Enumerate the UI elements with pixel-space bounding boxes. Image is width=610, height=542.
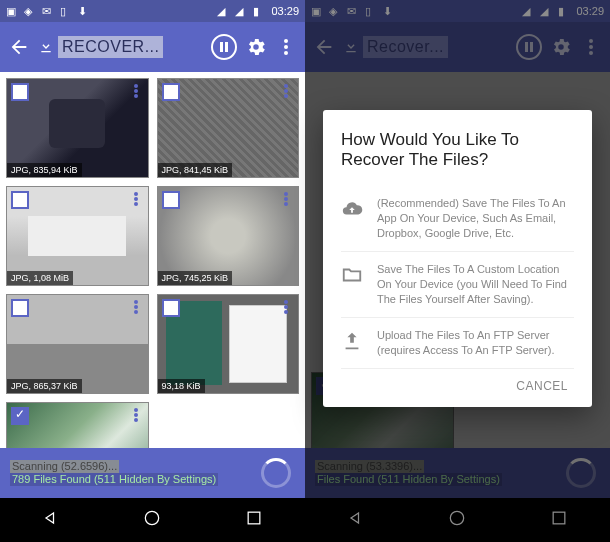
option-text: (Recommended) Save The Files To An App O… — [377, 196, 574, 241]
thumbnail-label: JPG, 835,94 KiB — [7, 163, 82, 177]
option-folder[interactable]: Save The Files To A Custom Location On Y… — [341, 252, 574, 318]
folder-icon — [341, 264, 363, 286]
svg-point-4 — [284, 51, 288, 55]
svg-point-8 — [284, 84, 288, 88]
dialog-title: How Would You Like To Recover The Files? — [341, 130, 574, 170]
svg-point-2 — [284, 39, 288, 43]
download-icon — [38, 39, 54, 55]
svg-point-22 — [284, 310, 288, 314]
status-mail-icon: ✉ — [42, 4, 56, 18]
option-ftp[interactable]: Upload The Files To An FTP Server (requi… — [341, 318, 574, 369]
status-app-icon: ▣ — [6, 4, 20, 18]
back-button[interactable] — [8, 36, 30, 58]
status-bar: ▣ ◈ ✉ ▯ ⬇ ◢ ◢ ▮ 03:29 — [0, 0, 305, 22]
option-text: Upload The Files To An FTP Server (requi… — [377, 328, 574, 358]
thumbnail-grid: JPG, 835,94 KiBJPG, 841,45 KiBJPG, 1,08 … — [0, 72, 305, 448]
thumbnail-label: JPG, 841,45 KiB — [158, 163, 233, 177]
svg-rect-1 — [225, 42, 228, 52]
phone-left: ▣ ◈ ✉ ▯ ⬇ ◢ ◢ ▮ 03:29 RECOVER... — [0, 0, 305, 542]
svg-point-13 — [134, 202, 138, 206]
thumbnail-label: 93,18 KiB — [158, 379, 205, 393]
svg-rect-0 — [220, 42, 223, 52]
app-title: RECOVER... — [58, 36, 163, 58]
scan-count: 789 Files Found (511 Hidden By Settings) — [10, 473, 218, 486]
svg-point-9 — [284, 89, 288, 93]
thumbnail[interactable]: JPG, 745,25 KiB — [157, 186, 300, 286]
svg-point-26 — [146, 511, 159, 524]
status-sim-icon: ▯ — [60, 4, 74, 18]
nav-recent-button[interactable] — [244, 508, 264, 532]
svg-point-18 — [134, 305, 138, 309]
svg-point-15 — [284, 197, 288, 201]
thumbnail-checkbox[interactable] — [162, 191, 180, 209]
thumbnail[interactable]: JPG, 865,37 KiB — [6, 294, 149, 394]
loading-spinner — [261, 458, 291, 488]
phone-right: ▣ ◈ ✉ ▯ ⬇ ◢ ◢ ▮ 03:29 Recover... — [305, 0, 610, 542]
pause-button[interactable] — [211, 34, 237, 60]
overflow-menu-button[interactable] — [275, 36, 297, 58]
thumbnail-label: JPG, 865,37 KiB — [7, 379, 82, 393]
scan-footer: Scanning (52.6596)... 789 Files Found (5… — [0, 448, 305, 498]
svg-point-16 — [284, 202, 288, 206]
svg-rect-27 — [248, 512, 260, 524]
svg-point-12 — [134, 197, 138, 201]
thumbnail-label: JPG, 1,08 MiB — [7, 271, 73, 285]
signal-icon: ◢ — [235, 4, 249, 18]
scan-progress: Scanning (52.6596)... — [10, 460, 119, 473]
svg-point-3 — [284, 45, 288, 49]
cancel-button[interactable]: CANCEL — [341, 369, 574, 397]
option-cloud[interactable]: (Recommended) Save The Files To An App O… — [341, 186, 574, 252]
wifi-icon: ◢ — [217, 4, 231, 18]
svg-point-24 — [134, 413, 138, 417]
status-time: 03:29 — [271, 5, 299, 17]
thumbnail[interactable]: JPG, 835,94 KiB — [6, 78, 149, 178]
svg-point-11 — [134, 192, 138, 196]
nav-bar — [0, 498, 305, 542]
battery-icon: ▮ — [253, 4, 267, 18]
svg-point-14 — [284, 192, 288, 196]
thumbnail-more-button[interactable] — [278, 299, 294, 315]
recover-dialog: How Would You Like To Recover The Files?… — [323, 110, 592, 407]
thumbnail[interactable]: 93,18 KiB — [157, 294, 300, 394]
svg-point-7 — [134, 94, 138, 98]
thumbnail-more-button[interactable] — [128, 83, 144, 99]
thumbnail-more-button[interactable] — [278, 191, 294, 207]
cloud-upload-icon — [341, 198, 363, 220]
status-steam-icon: ◈ — [24, 4, 38, 18]
status-download-icon: ⬇ — [78, 4, 92, 18]
thumbnail-label: JPG, 745,25 KiB — [158, 271, 233, 285]
thumbnail-checkbox[interactable] — [11, 191, 29, 209]
svg-point-23 — [134, 408, 138, 412]
nav-home-button[interactable] — [142, 508, 162, 532]
option-text: Save The Files To A Custom Location On Y… — [377, 262, 574, 307]
thumbnail-more-button[interactable] — [278, 83, 294, 99]
thumbnail-more-button[interactable] — [128, 191, 144, 207]
thumbnail-checkbox[interactable] — [11, 83, 29, 101]
thumbnail-checkbox[interactable] — [11, 299, 29, 317]
svg-point-10 — [284, 94, 288, 98]
svg-point-6 — [134, 89, 138, 93]
svg-point-19 — [134, 310, 138, 314]
thumbnail-checkbox[interactable] — [11, 407, 29, 425]
upload-icon — [341, 330, 363, 352]
svg-point-25 — [134, 418, 138, 422]
thumbnail-checkbox[interactable] — [162, 299, 180, 317]
svg-point-17 — [134, 300, 138, 304]
app-bar: RECOVER... — [0, 22, 305, 72]
svg-point-20 — [284, 300, 288, 304]
thumbnail-more-button[interactable] — [128, 407, 144, 423]
settings-button[interactable] — [245, 36, 267, 58]
thumbnail[interactable]: JPG, 841,45 KiB — [157, 78, 300, 178]
nav-back-button[interactable] — [41, 508, 61, 532]
svg-point-21 — [284, 305, 288, 309]
svg-point-5 — [134, 84, 138, 88]
thumbnail-more-button[interactable] — [128, 299, 144, 315]
thumbnail[interactable]: 160,75 KiB — [6, 402, 149, 448]
thumbnail[interactable]: JPG, 1,08 MiB — [6, 186, 149, 286]
thumbnail-checkbox[interactable] — [162, 83, 180, 101]
